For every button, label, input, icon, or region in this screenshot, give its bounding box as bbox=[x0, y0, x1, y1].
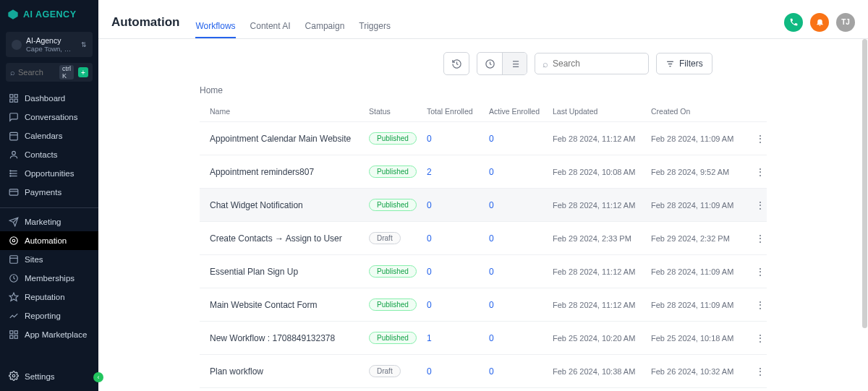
table-search-input[interactable] bbox=[553, 59, 641, 69]
row-actions-button[interactable]: ⋮ bbox=[749, 166, 771, 178]
table-search[interactable]: ⌕ bbox=[535, 53, 649, 74]
row-actions-button[interactable]: ⋮ bbox=[749, 366, 771, 377]
table-row[interactable]: Appointment Calendar Main WebsitePublish… bbox=[200, 121, 767, 155]
row-actions-button[interactable]: ⋮ bbox=[749, 199, 771, 211]
sidebar-item-label: Conversations bbox=[25, 113, 78, 121]
created-on: Feb 28 2024, 11:09 AM bbox=[651, 267, 749, 276]
total-enrolled[interactable]: 2 bbox=[427, 167, 489, 177]
list-view-button[interactable] bbox=[502, 53, 527, 74]
status-badge: Published bbox=[369, 199, 417, 211]
sidebar-item-label: Contacts bbox=[25, 150, 57, 159]
list-icon bbox=[509, 59, 520, 69]
sidebar-item-reputation[interactable]: Reputation bbox=[0, 288, 98, 306]
add-button[interactable]: + bbox=[78, 67, 88, 77]
tab-content-ai[interactable]: Content AI bbox=[250, 21, 291, 38]
card-icon bbox=[9, 187, 19, 197]
svg-point-12 bbox=[10, 176, 11, 176]
row-actions-button[interactable]: ⋮ bbox=[749, 332, 771, 344]
notifications-button[interactable] bbox=[810, 13, 829, 32]
sidebar-item-marketing[interactable]: Marketing bbox=[0, 207, 98, 231]
total-enrolled[interactable]: 0 bbox=[427, 233, 489, 244]
sidebar-item-reporting[interactable]: Reporting bbox=[0, 306, 98, 325]
last-updated: Feb 28 2024, 10:08 AM bbox=[553, 168, 651, 176]
svg-point-15 bbox=[10, 237, 18, 245]
breadcrumb[interactable]: Home bbox=[200, 85, 852, 95]
sidebar-item-calendars[interactable]: Calendars bbox=[0, 126, 98, 145]
sidebar-item-payments[interactable]: Payments bbox=[0, 183, 98, 202]
table-row[interactable]: Plan workflowDraft00Feb 26 2024, 10:38 A… bbox=[200, 354, 767, 387]
sidebar-item-label: Memberships bbox=[25, 274, 75, 283]
recent-button[interactable] bbox=[444, 53, 469, 74]
sidebar-item-label: Automation bbox=[25, 236, 67, 245]
sidebar-item-contacts[interactable]: Contacts bbox=[0, 145, 98, 164]
table-row[interactable]: Create Contacts → Assign to UserDraft00F… bbox=[200, 221, 767, 254]
sidebar-item-sites[interactable]: Sites bbox=[0, 250, 98, 269]
sidebar-item-conversations[interactable]: Conversations bbox=[0, 108, 98, 126]
sidebar-search-input[interactable] bbox=[18, 68, 56, 77]
workflow-name: New Workflow : 1708849132378 bbox=[210, 333, 369, 343]
table-row[interactable]: Chat Widget NotificationPublished00Feb 2… bbox=[200, 188, 767, 221]
row-actions-button[interactable]: ⋮ bbox=[749, 299, 771, 311]
active-enrolled[interactable]: 0 bbox=[489, 134, 553, 144]
org-selector[interactable]: AI-Agency Cape Town, Western ... ⇅ bbox=[6, 32, 93, 57]
total-enrolled[interactable]: 0 bbox=[427, 134, 489, 144]
table-row[interactable]: New Workflow : 1708849132378Published10F… bbox=[200, 321, 767, 354]
tabs: Workflows Content AI Campaign Triggers bbox=[195, 6, 390, 38]
row-actions-button[interactable]: ⋮ bbox=[749, 266, 771, 278]
phone-button[interactable] bbox=[784, 13, 803, 32]
filters-label: Filters bbox=[679, 59, 703, 69]
tab-triggers[interactable]: Triggers bbox=[359, 21, 391, 38]
created-on: Feb 25 2024, 10:18 AM bbox=[651, 334, 749, 343]
row-actions-button[interactable]: ⋮ bbox=[749, 233, 771, 244]
tab-campaign[interactable]: Campaign bbox=[305, 21, 345, 38]
status-cell: Published bbox=[369, 332, 427, 344]
sidebar-item-settings[interactable]: Settings ‹ bbox=[0, 364, 98, 391]
total-enrolled[interactable]: 0 bbox=[427, 366, 489, 377]
active-enrolled[interactable]: 0 bbox=[489, 233, 553, 244]
active-enrolled[interactable]: 0 bbox=[489, 366, 553, 377]
table-row[interactable]: Essential Plan Sign UpPublished00Feb 28 … bbox=[200, 254, 767, 288]
active-enrolled[interactable]: 0 bbox=[489, 333, 553, 343]
view-mode-group bbox=[477, 52, 527, 75]
bell-icon bbox=[815, 17, 825, 27]
table-row[interactable]: Main Website Contact FormPublished00Feb … bbox=[200, 288, 767, 321]
clock-view-button[interactable] bbox=[477, 53, 502, 74]
filters-button[interactable]: Filters bbox=[656, 53, 712, 74]
total-enrolled[interactable]: 0 bbox=[427, 267, 489, 277]
created-on: Feb 28 2024, 11:09 AM bbox=[651, 301, 749, 309]
active-enrolled[interactable]: 0 bbox=[489, 167, 553, 177]
sidebar-item-dashboard[interactable]: Dashboard bbox=[0, 89, 98, 108]
status-cell: Published bbox=[369, 265, 427, 278]
shortcut-badge: ctrl K bbox=[59, 65, 74, 80]
sidebar-item-label: Opportunities bbox=[25, 169, 74, 178]
avatar[interactable]: TJ bbox=[836, 13, 855, 32]
sidebar-item-label: Settings bbox=[25, 372, 55, 381]
sidebar-item-memberships[interactable]: Memberships bbox=[0, 269, 98, 288]
topbar: Automation Workflows Content AI Campaign… bbox=[98, 0, 868, 39]
tab-workflows[interactable]: Workflows bbox=[195, 21, 235, 38]
sidebar-item-opportunities[interactable]: Opportunities bbox=[0, 164, 98, 183]
active-enrolled[interactable]: 0 bbox=[489, 300, 553, 310]
svg-rect-22 bbox=[14, 331, 17, 334]
total-enrolled[interactable]: 1 bbox=[427, 333, 489, 343]
clock-icon bbox=[485, 59, 495, 69]
sidebar-item-app-marketplace[interactable]: App Marketplace bbox=[0, 325, 98, 344]
total-enrolled[interactable]: 0 bbox=[427, 300, 489, 310]
table-row[interactable]: Appointment reminders807Published20Feb 2… bbox=[200, 155, 767, 188]
active-enrolled[interactable]: 0 bbox=[489, 200, 553, 210]
svg-rect-21 bbox=[10, 331, 13, 334]
logo-icon bbox=[7, 9, 19, 20]
sidebar-item-automation[interactable]: Automation bbox=[0, 231, 98, 250]
row-actions-button[interactable]: ⋮ bbox=[749, 133, 771, 145]
active-enrolled[interactable]: 0 bbox=[489, 267, 553, 277]
scrollbar-thumb[interactable] bbox=[862, 39, 867, 328]
scrollbar[interactable] bbox=[861, 39, 868, 391]
view-time-group bbox=[443, 52, 469, 75]
created-on: Feb 26 2024, 10:32 AM bbox=[651, 367, 749, 376]
total-enrolled[interactable]: 0 bbox=[427, 200, 489, 210]
toolbar: ⌕ Filters bbox=[443, 52, 852, 75]
phone-icon bbox=[789, 17, 799, 27]
sidebar-search[interactable]: ⌕ ctrl K + bbox=[6, 63, 93, 82]
table-row[interactable]: Platinum Package - Send Contract Proposa… bbox=[200, 387, 767, 391]
send-icon bbox=[9, 217, 19, 227]
